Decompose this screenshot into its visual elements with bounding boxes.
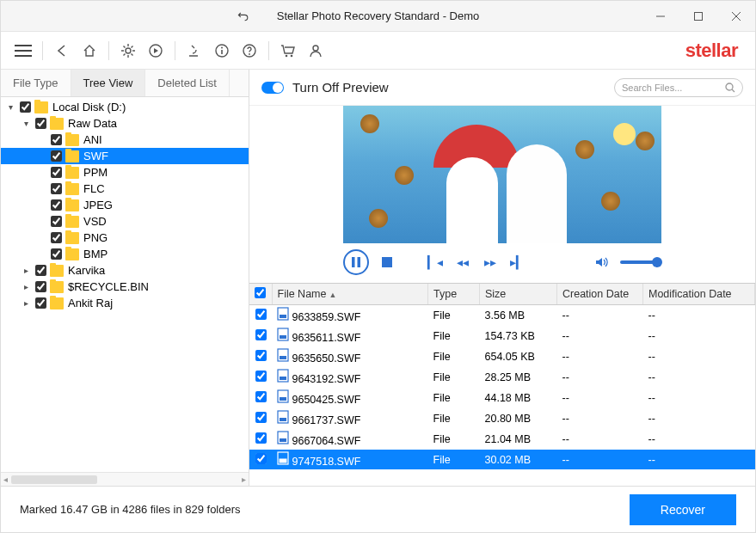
tree-item[interactable]: VSD (1, 213, 249, 230)
file-created: -- (557, 367, 643, 388)
row-checkbox[interactable] (255, 350, 267, 361)
file-created: -- (557, 326, 643, 346)
file-name: 9635611.SWF (292, 332, 360, 344)
file-icon (277, 352, 289, 365)
col-size[interactable]: Size (480, 284, 557, 305)
tree-checkbox[interactable] (51, 167, 62, 178)
tree-item[interactable]: JPEG (1, 197, 249, 213)
table-row[interactable]: 9667064.SWFFile21.04 MB---- (249, 429, 755, 450)
skip-end-icon[interactable]: ▸▎ (508, 253, 527, 272)
col-created[interactable]: Creation Date (557, 284, 643, 305)
file-size: 654.05 KB (480, 346, 557, 367)
skip-start-icon[interactable]: ▎◂ (426, 253, 445, 272)
tree-checkbox[interactable] (35, 118, 46, 129)
tree-checkbox[interactable] (51, 150, 62, 162)
preview-toggle-label: Turn Off Preview (292, 80, 389, 95)
search-input[interactable]: Search Files... (614, 78, 743, 97)
resume-icon[interactable] (144, 39, 168, 63)
file-created: -- (557, 429, 643, 450)
home-icon[interactable] (77, 39, 101, 63)
close-button[interactable] (717, 1, 755, 31)
tree-checkbox[interactable] (51, 199, 62, 211)
expander-icon[interactable]: ▸ (20, 282, 32, 291)
tab-file-type[interactable]: File Type (1, 70, 71, 96)
tree-item[interactable]: SWF (1, 148, 249, 164)
expander-icon[interactable]: ▸ (20, 298, 32, 308)
row-checkbox[interactable] (255, 453, 267, 464)
microscope-icon[interactable] (182, 39, 206, 63)
tree-item[interactable]: ANI (1, 132, 249, 148)
table-row[interactable]: 9650425.SWFFile44.18 MB---- (249, 388, 755, 408)
col-type[interactable]: Type (428, 284, 480, 305)
maximize-button[interactable] (679, 1, 717, 31)
stop-button[interactable] (378, 253, 396, 272)
horizontal-scrollbar[interactable]: ◂▸ (1, 472, 249, 486)
table-row[interactable]: 9747518.SWFFile30.02 MB---- (249, 450, 755, 470)
row-checkbox[interactable] (255, 432, 267, 444)
row-checkbox[interactable] (255, 371, 267, 382)
tree-checkbox[interactable] (51, 216, 62, 227)
minimize-button[interactable] (642, 1, 679, 31)
file-table[interactable]: File Name▲ Type Size Creation Date Modif… (249, 283, 755, 486)
table-row[interactable]: 9635650.SWFFile654.05 KB---- (249, 346, 755, 367)
rewind-icon[interactable]: ◂◂ (453, 253, 472, 272)
folder-tree[interactable]: ▾Local Disk (D:)▾Raw DataANISWFPPMFLCJPE… (1, 97, 249, 472)
tree-checkbox[interactable] (51, 134, 62, 145)
tab-tree-view[interactable]: Tree View (71, 70, 146, 96)
file-icon (277, 435, 289, 447)
tree-checkbox[interactable] (35, 265, 46, 276)
tree-item[interactable]: ▸Karvika (1, 262, 249, 279)
right-pane: Turn Off Preview Search Files... (249, 70, 755, 486)
table-row[interactable]: 9643192.SWFFile28.25 MB---- (249, 367, 755, 388)
tree-checkbox[interactable] (20, 101, 31, 113)
tree-checkbox[interactable] (51, 232, 62, 243)
tree-item[interactable]: ▸$RECYCLE.BIN (1, 279, 249, 295)
tab-deleted-list[interactable]: Deleted List (145, 70, 230, 96)
table-row[interactable]: 9633859.SWFFile3.56 MB---- (249, 305, 755, 326)
forward-icon[interactable]: ▸▸ (481, 253, 500, 272)
row-checkbox[interactable] (255, 329, 267, 340)
file-created: -- (557, 408, 643, 429)
back-icon[interactable] (50, 39, 74, 63)
tree-item[interactable]: PNG (1, 230, 249, 246)
gear-icon[interactable] (116, 39, 140, 63)
undo-icon[interactable] (237, 9, 250, 23)
row-checkbox[interactable] (255, 412, 267, 423)
col-modified[interactable]: Modification Date (643, 284, 755, 305)
table-row[interactable]: 9661737.SWFFile20.80 MB---- (249, 408, 755, 429)
select-all-checkbox[interactable] (255, 287, 266, 298)
col-filename[interactable]: File Name▲ (272, 284, 428, 305)
video-preview[interactable] (343, 106, 661, 243)
tree-item[interactable]: PPM (1, 164, 249, 181)
tree-item[interactable]: ▾Raw Data (1, 115, 249, 132)
tree-checkbox[interactable] (35, 297, 46, 309)
tree-item[interactable]: BMP (1, 246, 249, 262)
expander-icon[interactable]: ▾ (4, 102, 16, 112)
volume-icon[interactable] (593, 253, 612, 272)
help-icon[interactable] (237, 39, 261, 63)
svg-rect-22 (280, 315, 286, 318)
tree-checkbox[interactable] (35, 281, 46, 292)
row-checkbox[interactable] (255, 391, 267, 402)
file-type: File (428, 326, 480, 346)
folder-icon (50, 281, 64, 293)
status-bar: Marked 16.47 GB in 4286 files in 829 fol… (1, 486, 755, 532)
tree-item[interactable]: FLC (1, 181, 249, 197)
recover-button[interactable]: Recover (630, 494, 736, 525)
row-checkbox[interactable] (255, 309, 267, 320)
volume-slider[interactable] (620, 260, 661, 264)
tree-checkbox[interactable] (51, 183, 62, 194)
expander-icon[interactable]: ▸ (20, 266, 32, 275)
user-icon[interactable] (304, 39, 328, 63)
hamburger-menu-icon[interactable] (11, 39, 35, 63)
pause-button[interactable] (343, 249, 369, 275)
tree-checkbox[interactable] (51, 248, 62, 260)
table-row[interactable]: 9635611.SWFFile154.73 KB---- (249, 326, 755, 346)
cart-icon[interactable] (276, 39, 300, 63)
expander-icon[interactable]: ▾ (20, 119, 32, 128)
tree-item[interactable]: ▸Ankit Raj (1, 295, 249, 311)
preview-toggle[interactable] (261, 82, 284, 94)
tree-item[interactable]: ▾Local Disk (D:) (1, 99, 249, 115)
brand-logo: stellar (685, 40, 745, 62)
info-icon[interactable] (210, 39, 234, 63)
